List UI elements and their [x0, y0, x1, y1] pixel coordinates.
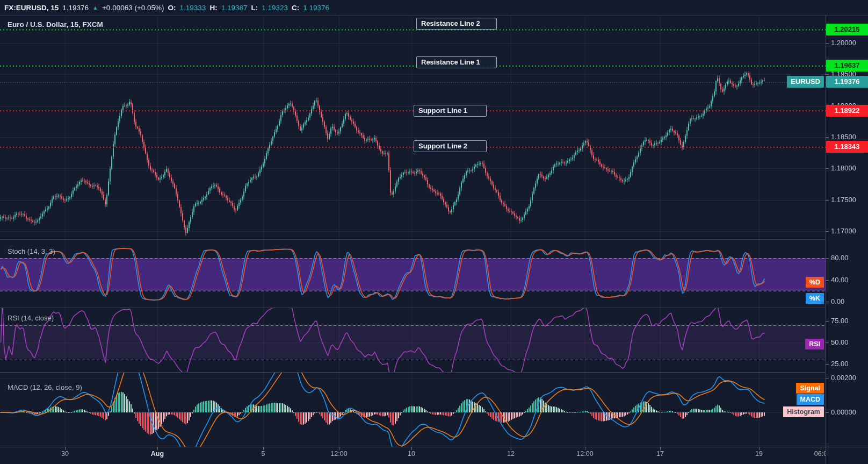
support-line-2-label[interactable]: Support Line 2: [414, 140, 487, 152]
high-label: H:: [209, 4, 217, 12]
trading-chart-window: FX:EURUSD, 15 1.19376 ▲ +0.00063 (+0.05%…: [0, 0, 868, 464]
rsi-axis-tick: 50.00: [831, 338, 849, 347]
time-axis-label: 19: [755, 449, 763, 458]
symbol-name[interactable]: FX:EURUSD, 15: [4, 4, 59, 12]
price-axis-tick: 1.17500: [831, 196, 856, 204]
time-axis-label: 12:00: [576, 449, 593, 458]
resistance-line-2-label[interactable]: Resistance Line 2: [416, 18, 497, 30]
time-axis-label: 12: [507, 449, 515, 458]
time-axis-label: 12:00: [330, 449, 347, 458]
price-axis-tick: 1.18000: [831, 164, 856, 173]
support-line-1-label[interactable]: Support Line 1: [414, 105, 487, 117]
price-axis-tick: 1.17000: [831, 227, 856, 235]
macd-axis-tick: 0.00000: [831, 408, 856, 417]
macd-line-badge: MACD: [797, 394, 824, 405]
time-axis[interactable]: 30Aug512:00101212:00171906:0: [0, 447, 826, 464]
chart-title[interactable]: Euro / U.S. Dollar, 15, FXCM: [8, 20, 103, 28]
stoch-k-badge: %K: [806, 293, 824, 304]
price-axis-tick: 1.20000: [831, 39, 856, 47]
close-label: C:: [292, 4, 299, 12]
rsi-axis-tick: 75.00: [831, 317, 849, 325]
rsi-axis-tick: 25.00: [831, 360, 849, 368]
stoch-axis-tick: 80.00: [831, 254, 849, 262]
rsi-badge: RSI: [805, 339, 824, 349]
low-label: L:: [251, 4, 258, 12]
symbol-price-line-badge: EURUSD: [787, 76, 824, 88]
high-value: 1.19387: [221, 4, 248, 12]
resistance-2-price-badge: 1.20215: [826, 24, 868, 35]
last-price: 1.19376: [62, 4, 89, 12]
time-axis-label: 30: [61, 449, 69, 458]
price-axis-tick: 1.18500: [831, 133, 856, 141]
chart-canvas[interactable]: [0, 0, 868, 464]
stoch-axis-tick: 40.00: [831, 276, 849, 284]
time-axis-label: 10: [408, 449, 415, 458]
support-1-price-badge: 1.18922: [826, 105, 868, 117]
current-price-badge: 1.19376: [826, 76, 868, 88]
rsi-pane-title[interactable]: RSI (14, close): [8, 314, 54, 322]
open-label: O:: [168, 4, 176, 12]
macd-histogram-badge: Histogram: [783, 406, 824, 417]
macd-pane-title[interactable]: MACD (12, 26, close, 9): [8, 383, 82, 391]
symbol-legend-bar: FX:EURUSD, 15 1.19376 ▲ +0.00063 (+0.05%…: [4, 2, 329, 13]
resistance-line-1-label[interactable]: Resistance Line 1: [416, 56, 497, 68]
stochastic-pane-title[interactable]: Stoch (14, 3, 3): [8, 247, 55, 255]
time-axis-label: 17: [656, 449, 664, 458]
macd-signal-badge: Signal: [796, 383, 824, 394]
stoch-d-badge: %D: [806, 277, 824, 288]
close-value: 1.19376: [303, 4, 329, 12]
support-2-price-badge: 1.18343: [826, 141, 868, 153]
time-axis-label: 06:0: [814, 449, 826, 458]
low-value: 1.19323: [262, 4, 288, 12]
macd-axis-tick: 0.00200: [831, 374, 856, 382]
up-arrow-icon: ▲: [92, 4, 98, 11]
time-axis-label: 5: [262, 449, 265, 458]
price-change: +0.00063 (+0.05%): [102, 4, 164, 12]
time-axis-label: Aug: [151, 449, 164, 458]
resistance-1-price-badge: 1.19637: [826, 60, 868, 72]
open-value: 1.19333: [180, 4, 206, 12]
stoch-axis-tick: 0.00: [831, 297, 844, 306]
